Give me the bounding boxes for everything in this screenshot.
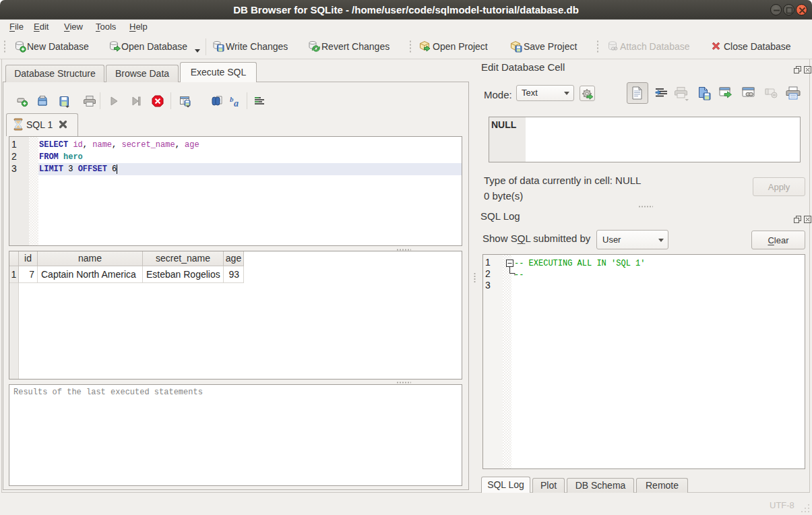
svg-text:a: a — [234, 98, 239, 109]
